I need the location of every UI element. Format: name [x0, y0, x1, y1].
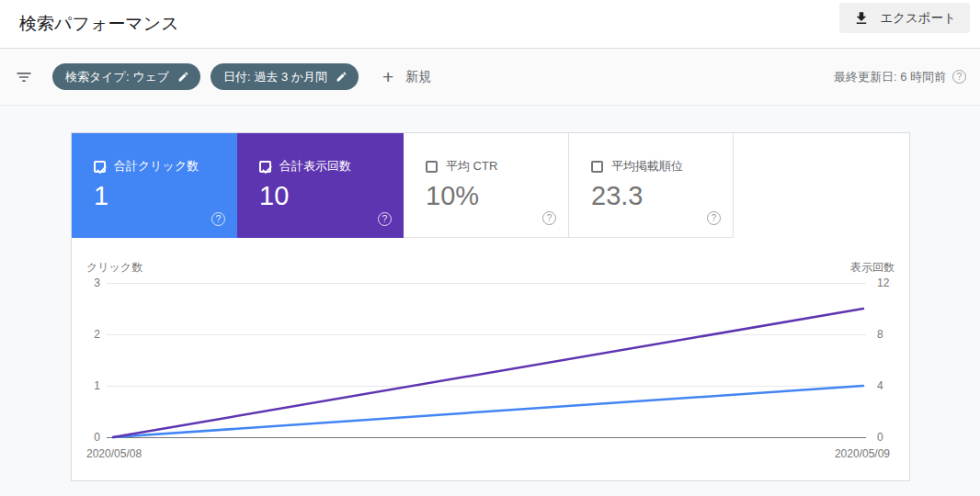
metric-label: 平均 CTR — [446, 158, 497, 175]
filter-chip-search-type[interactable]: 検索タイプ: ウェブ — [52, 63, 200, 90]
svg-text:2: 2 — [94, 328, 100, 341]
performance-panel: 合計クリック数 1 ? 合計表示回数 10 ? 平均 CTR 10% — [71, 132, 910, 481]
filter-chip-date-label: 日付: 過去 3 か月間 — [223, 69, 327, 85]
metric-cards-row: 合計クリック数 1 ? 合計表示回数 10 ? 平均 CTR 10% — [72, 133, 909, 238]
new-filter-button[interactable]: + 新規 — [382, 67, 431, 86]
metric-label: 平均掲載順位 — [611, 158, 683, 175]
metric-card-average-ctr[interactable]: 平均 CTR 10% ? — [404, 133, 569, 238]
export-button-label: エクスポート — [880, 10, 956, 27]
metric-value: 23.3 — [591, 181, 733, 211]
metric-label: 合計クリック数 — [114, 158, 199, 175]
svg-text:12: 12 — [877, 276, 890, 289]
checkbox-average-ctr[interactable] — [426, 161, 438, 173]
plus-icon: + — [382, 67, 393, 86]
performance-chart[interactable]: クリック数 表示回数 0014283122020/05/082020/05/09 — [72, 238, 909, 480]
last-updated: 最終更新日: 6 時間前 ? — [834, 69, 966, 85]
checkbox-average-position[interactable] — [591, 161, 603, 173]
svg-text:2020/05/09: 2020/05/09 — [835, 447, 890, 460]
svg-text:0: 0 — [877, 431, 883, 444]
metric-value: 1 — [94, 181, 237, 211]
svg-text:1: 1 — [94, 379, 100, 392]
metric-card-total-impressions[interactable]: 合計表示回数 10 ? — [237, 133, 404, 238]
download-icon — [853, 10, 870, 27]
filter-bar: 検索タイプ: ウェブ 日付: 過去 3 か月間 + 新規 最終更新日: 6 時間… — [0, 49, 980, 106]
metric-value: 10% — [426, 181, 568, 211]
help-icon[interactable]: ? — [952, 70, 966, 84]
metric-label: 合計表示回数 — [279, 158, 351, 175]
filter-chip-date[interactable]: 日付: 過去 3 か月間 — [211, 63, 359, 90]
help-icon[interactable]: ? — [542, 211, 556, 225]
page-title: 検索パフォーマンス — [19, 12, 179, 36]
export-button[interactable]: エクスポート — [839, 3, 970, 33]
metric-card-total-clicks[interactable]: 合計クリック数 1 ? — [72, 133, 237, 238]
chart-plot[interactable]: 0014283122020/05/082020/05/09 — [72, 238, 909, 480]
filter-list-icon — [15, 68, 33, 86]
metric-card-average-position[interactable]: 平均掲載順位 23.3 ? — [569, 133, 734, 238]
edit-pencil-icon[interactable] — [177, 71, 189, 83]
help-icon[interactable]: ? — [211, 212, 225, 226]
checkbox-total-impressions[interactable] — [259, 161, 271, 173]
svg-text:8: 8 — [877, 328, 883, 341]
svg-text:2020/05/08: 2020/05/08 — [86, 447, 142, 460]
new-filter-label: 新規 — [405, 69, 431, 85]
metric-value: 10 — [259, 181, 404, 211]
filter-chip-search-type-label: 検索タイプ: ウェブ — [65, 69, 169, 85]
app-header: 検索パフォーマンス エクスポート — [0, 0, 980, 49]
help-icon[interactable]: ? — [378, 212, 392, 226]
svg-text:4: 4 — [877, 379, 883, 392]
svg-text:3: 3 — [94, 276, 100, 289]
checkbox-total-clicks[interactable] — [94, 161, 106, 173]
svg-text:0: 0 — [94, 431, 100, 444]
edit-pencil-icon[interactable] — [336, 71, 348, 83]
help-icon[interactable]: ? — [707, 211, 721, 225]
last-updated-text: 最終更新日: 6 時間前 — [834, 69, 946, 85]
